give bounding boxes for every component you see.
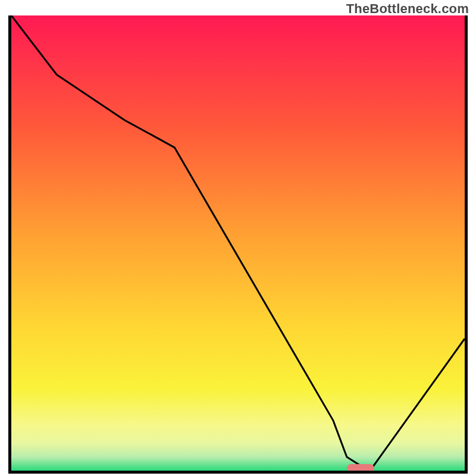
chart-frame (8, 15, 468, 474)
plot-area (8, 15, 468, 474)
optimal-marker (347, 464, 374, 472)
bottleneck-curve (11, 15, 465, 468)
watermark-text: TheBottleneck.com (346, 1, 469, 17)
curve-svg (11, 15, 465, 471)
